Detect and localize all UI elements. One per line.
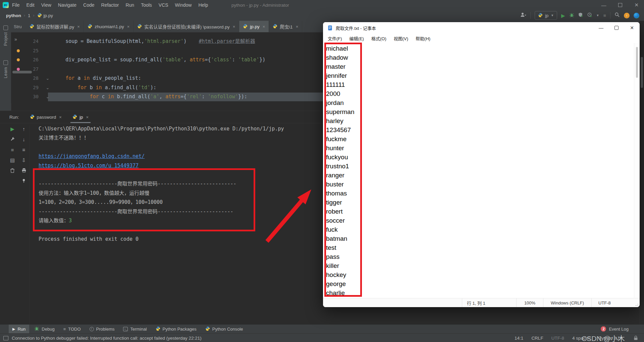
toolbar-right: jp ▼ ▶ ▼ ■ ↑ <box>520 10 639 21</box>
structure-label[interactable]: Stru <box>14 24 22 29</box>
close-icon[interactable]: × <box>77 24 80 29</box>
close-icon[interactable]: × <box>233 24 235 29</box>
close-icon[interactable]: ✕ <box>624 22 640 34</box>
fold-arrow-icon[interactable]: ⌄ <box>42 83 53 93</box>
menu-window[interactable]: Window <box>175 2 192 8</box>
resize-grip[interactable] <box>635 303 639 306</box>
restore-layout-icon[interactable]: ▤ <box>9 157 15 163</box>
menu-file[interactable]: File <box>12 2 20 8</box>
editor-tab[interactable]: 爬虫\1× <box>269 21 302 32</box>
editor-tab[interactable]: 鼠标控制器详解.py× <box>26 21 84 32</box>
notepad-menu-item[interactable]: 格式(O) <box>368 35 390 42</box>
close-icon[interactable]: × <box>263 24 265 29</box>
update-icon[interactable]: ↑ <box>624 13 630 18</box>
tool-window-button-todo[interactable]: ≡TODO <box>60 325 85 333</box>
menu-code[interactable]: Code <box>83 2 94 8</box>
notepad-menu-item[interactable]: 视图(V) <box>390 35 412 42</box>
notepad-menu-item[interactable]: 帮助(H) <box>412 35 434 42</box>
coverage-button[interactable] <box>578 12 583 19</box>
tool-window-button-label: Debug <box>42 327 54 332</box>
stop-icon[interactable]: ■ <box>9 147 15 153</box>
close-icon[interactable]: ✕ <box>634 2 639 8</box>
breadcrumb-item[interactable]: jp.py <box>37 13 53 18</box>
scrollbar-thumb[interactable] <box>641 57 643 88</box>
menu-view[interactable]: View <box>41 2 51 8</box>
pin-icon[interactable] <box>21 178 27 184</box>
close-icon[interactable]: × <box>86 115 89 120</box>
menu-run[interactable]: Run <box>125 2 134 8</box>
screen: PC FileEditViewNavigateCodeRefactorRunTo… <box>0 0 644 342</box>
notepad-scrollbar[interactable] <box>634 43 640 298</box>
tool-window-button-run[interactable]: ▶Run <box>9 325 29 333</box>
line-separator[interactable]: CRLF <box>531 336 543 341</box>
tool-window-button-debug[interactable]: Debug <box>31 325 58 333</box>
print-icon[interactable] <box>21 167 27 173</box>
sidebar-tab-learn[interactable]: Learn <box>0 60 11 78</box>
notepad-menu-item[interactable]: 编辑(E) <box>346 35 368 42</box>
tool-window-button-problems[interactable]: !Problems <box>86 325 118 333</box>
sidebar-tab-project[interactable]: Project <box>0 25 11 46</box>
search-icon[interactable] <box>614 12 620 19</box>
line-number: 28 <box>20 74 42 83</box>
close-icon[interactable]: × <box>59 115 62 120</box>
scrollbar-thumb[interactable] <box>636 47 638 78</box>
down-stack-icon[interactable]: ↓ <box>21 136 27 142</box>
window-icon[interactable] <box>3 336 8 340</box>
maximize-icon[interactable] <box>618 3 622 7</box>
debug-button[interactable] <box>569 12 574 19</box>
tool-window-button-label: Run <box>17 327 25 332</box>
notepad-menu-item[interactable]: 文件(F) <box>324 35 346 42</box>
menu-edit[interactable]: Edit <box>26 2 35 8</box>
menu-tools[interactable]: Tools <box>141 2 152 8</box>
run-button[interactable]: ▶ <box>561 13 565 18</box>
run-tabs: password×jp× <box>29 111 90 123</box>
caret-position[interactable]: 14:1 <box>515 336 523 341</box>
minimize-icon[interactable]: — <box>593 22 609 34</box>
zoom-level[interactable]: 100% <box>516 298 543 307</box>
up-stack-icon[interactable]: ↑ <box>21 126 27 132</box>
line-number: 24 <box>20 37 42 46</box>
drive-icon[interactable] <box>634 13 639 18</box>
tool-window-button-terminal[interactable]: >_Terminal <box>119 325 150 333</box>
run-tab[interactable]: password× <box>29 111 63 123</box>
maximize-icon[interactable] <box>609 22 624 34</box>
rerun-icon[interactable]: ▶ <box>9 126 15 132</box>
close-icon[interactable]: × <box>296 24 299 29</box>
menu-vcs[interactable]: VCS <box>159 2 168 8</box>
event-log-button[interactable]: 2 Event Log <box>601 326 629 332</box>
lock-icon[interactable] <box>634 336 638 342</box>
close-icon[interactable]: × <box>127 24 130 29</box>
chevron-down-icon[interactable]: ▼ <box>596 14 599 17</box>
settings-wrench-icon[interactable] <box>9 136 15 142</box>
menu-help[interactable]: Help <box>198 2 208 8</box>
fold-arrow-icon[interactable]: ⌄ <box>42 74 53 83</box>
console-link[interactable]: https://jiangongfang.blog.csdn.net/ <box>39 153 145 159</box>
soft-wrap-icon[interactable]: ≡ <box>21 147 27 153</box>
scroll-to-end-icon[interactable]: ⇩ <box>21 157 27 163</box>
list-item: fuckme <box>326 134 634 144</box>
profiler-button[interactable] <box>587 12 592 19</box>
tool-window-icon <box>3 25 8 30</box>
tool-window-button-python-packages[interactable]: Python Packages <box>152 325 200 333</box>
clear-all-icon[interactable] <box>9 167 15 173</box>
breadcrumb-item[interactable]: python <box>6 13 21 18</box>
list-item: master <box>326 62 634 71</box>
user-icon[interactable] <box>520 12 526 19</box>
editor-tab[interactable]: 实名认证身份证核验(未编译) \password.py× <box>133 21 239 32</box>
list-item: trustno1 <box>326 162 634 171</box>
run-config-selector[interactable]: jp ▼ <box>535 11 557 20</box>
breadcrumb-item[interactable]: 1 <box>28 13 31 18</box>
run-tab[interactable]: jp× <box>71 111 90 123</box>
menu-navigate[interactable]: Navigate <box>58 2 76 8</box>
editor-tab[interactable]: jp.py× <box>239 21 269 32</box>
tool-window-button-python-console[interactable]: Python Console <box>202 325 247 333</box>
fold-arrow-icon[interactable]: ⌄ <box>42 92 53 102</box>
minimize-icon[interactable]: — <box>601 2 606 8</box>
menu-refactor[interactable]: Refactor <box>101 2 119 8</box>
editor-tab[interactable]: zhuomian\1.py× <box>84 21 133 32</box>
notepad-text-area[interactable]: michaelshadowmasterjennifer1111112000jor… <box>323 43 634 298</box>
console-link[interactable]: https://blog.51cto.com/u_15449377 <box>39 163 139 169</box>
file-encoding[interactable]: UTF-8 <box>551 336 564 341</box>
code-segment: 'table' <box>162 57 183 63</box>
editor-vscrollbar[interactable] <box>639 21 644 325</box>
